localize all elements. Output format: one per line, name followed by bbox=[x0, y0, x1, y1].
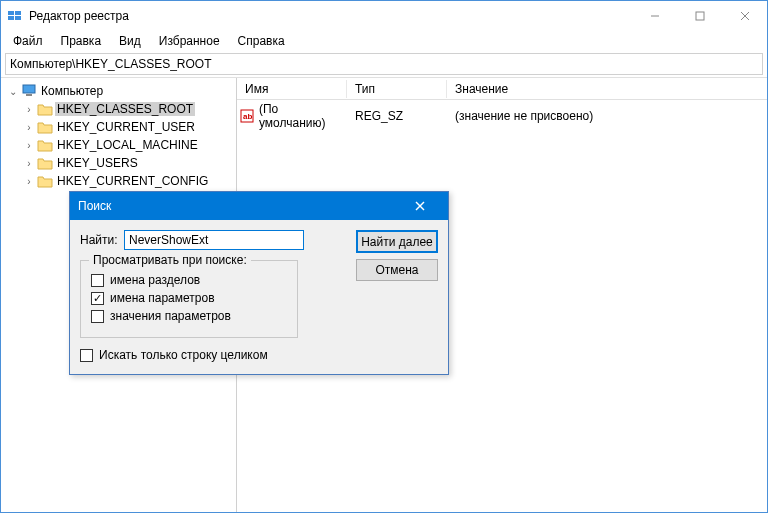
window-controls bbox=[632, 1, 767, 31]
address-bar[interactable]: Компьютер\HKEY_CLASSES_ROOT bbox=[5, 53, 763, 75]
tree-root[interactable]: ⌄ Компьютер bbox=[3, 82, 234, 100]
column-header-type[interactable]: Тип bbox=[347, 80, 447, 98]
checkbox-icon bbox=[91, 292, 104, 305]
checkbox-data-row[interactable]: значения параметров bbox=[91, 309, 287, 323]
folder-icon bbox=[37, 174, 53, 188]
find-label: Найти: bbox=[80, 233, 118, 247]
column-header-name[interactable]: Имя bbox=[237, 80, 347, 98]
dialog-close-button[interactable] bbox=[400, 192, 440, 220]
svg-rect-1 bbox=[15, 11, 21, 15]
expander-icon[interactable]: › bbox=[23, 158, 35, 169]
tree-item-label: HKEY_CURRENT_CONFIG bbox=[55, 174, 210, 188]
checkbox-values-row[interactable]: имена параметров bbox=[91, 291, 287, 305]
expander-icon[interactable]: › bbox=[23, 176, 35, 187]
find-dialog: Поиск Найти далее Отмена Найти: Просматр… bbox=[69, 191, 449, 375]
column-header-value[interactable]: Значение bbox=[447, 80, 767, 98]
checkbox-keys-label: имена разделов bbox=[110, 273, 200, 287]
dialog-title-text: Поиск bbox=[78, 199, 111, 213]
svg-rect-3 bbox=[15, 16, 21, 20]
string-value-icon: ab bbox=[237, 109, 257, 123]
expander-icon[interactable]: › bbox=[23, 140, 35, 151]
folder-icon bbox=[37, 138, 53, 152]
list-header: Имя Тип Значение bbox=[237, 78, 767, 100]
look-at-groupbox: Просматривать при поиске: имена разделов… bbox=[80, 260, 298, 338]
checkbox-keys-row[interactable]: имена разделов bbox=[91, 273, 287, 287]
folder-icon bbox=[37, 156, 53, 170]
find-next-button[interactable]: Найти далее bbox=[356, 230, 438, 253]
checkbox-data-label: значения параметров bbox=[110, 309, 231, 323]
tree-item-label: HKEY_CURRENT_USER bbox=[55, 120, 197, 134]
checkbox-icon bbox=[91, 274, 104, 287]
checkbox-icon bbox=[91, 310, 104, 323]
expander-icon[interactable]: ⌄ bbox=[7, 86, 19, 97]
folder-icon bbox=[37, 120, 53, 134]
cell-name: (По умолчанию) bbox=[257, 102, 347, 130]
menu-file[interactable]: Файл bbox=[5, 32, 51, 50]
checkbox-values-label: имена параметров bbox=[110, 291, 215, 305]
tree-item-label: HKEY_USERS bbox=[55, 156, 140, 170]
svg-text:ab: ab bbox=[243, 112, 252, 121]
window-title: Редактор реестра bbox=[29, 9, 632, 23]
dialog-body: Найти далее Отмена Найти: Просматривать … bbox=[70, 220, 448, 374]
close-button[interactable] bbox=[722, 1, 767, 31]
app-icon bbox=[7, 8, 23, 24]
cell-value: (значение не присвоено) bbox=[447, 109, 767, 123]
svg-rect-2 bbox=[8, 16, 14, 20]
list-row[interactable]: ab (По умолчанию) REG_SZ (значение не пр… bbox=[237, 100, 767, 132]
svg-rect-0 bbox=[8, 11, 14, 15]
expander-icon[interactable]: › bbox=[23, 104, 35, 115]
expander-icon[interactable]: › bbox=[23, 122, 35, 133]
checkbox-whole-row[interactable]: Искать только строку целиком bbox=[80, 348, 438, 362]
tree-item-hkcc[interactable]: › HKEY_CURRENT_CONFIG bbox=[3, 172, 234, 190]
svg-rect-9 bbox=[26, 94, 32, 96]
svg-rect-5 bbox=[696, 12, 704, 20]
menu-edit[interactable]: Правка bbox=[53, 32, 110, 50]
checkbox-icon bbox=[80, 349, 93, 362]
cell-type: REG_SZ bbox=[347, 109, 447, 123]
checkbox-whole-label: Искать только строку целиком bbox=[99, 348, 268, 362]
minimize-button[interactable] bbox=[632, 1, 677, 31]
titlebar: Редактор реестра bbox=[1, 1, 767, 31]
groupbox-legend: Просматривать при поиске: bbox=[89, 253, 251, 267]
svg-rect-8 bbox=[23, 85, 35, 93]
menu-favorites[interactable]: Избранное bbox=[151, 32, 228, 50]
tree-item-label: HKEY_CLASSES_ROOT bbox=[55, 102, 195, 116]
computer-icon bbox=[21, 83, 37, 100]
menu-help[interactable]: Справка bbox=[230, 32, 293, 50]
tree-item-hkcr[interactable]: › HKEY_CLASSES_ROOT bbox=[3, 100, 234, 118]
menu-view[interactable]: Вид bbox=[111, 32, 149, 50]
registry-editor-window: Редактор реестра Файл Правка Вид Избранн… bbox=[0, 0, 768, 513]
dialog-titlebar: Поиск bbox=[70, 192, 448, 220]
find-input[interactable] bbox=[124, 230, 304, 250]
tree-item-hkcu[interactable]: › HKEY_CURRENT_USER bbox=[3, 118, 234, 136]
tree-item-hklm[interactable]: › HKEY_LOCAL_MACHINE bbox=[3, 136, 234, 154]
cancel-button[interactable]: Отмена bbox=[356, 259, 438, 281]
tree-root-label: Компьютер bbox=[39, 84, 105, 98]
menubar: Файл Правка Вид Избранное Справка bbox=[1, 31, 767, 51]
tree-item-hku[interactable]: › HKEY_USERS bbox=[3, 154, 234, 172]
folder-icon bbox=[37, 102, 53, 116]
tree-item-label: HKEY_LOCAL_MACHINE bbox=[55, 138, 200, 152]
maximize-button[interactable] bbox=[677, 1, 722, 31]
